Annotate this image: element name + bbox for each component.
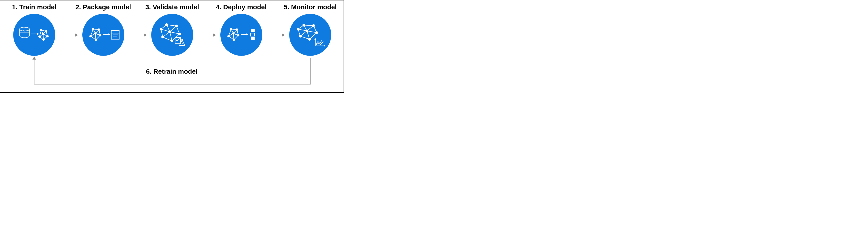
svg-line-103 — [307, 31, 310, 39]
svg-line-59 — [170, 32, 180, 34]
svg-line-55 — [161, 29, 163, 37]
svg-line-96 — [310, 33, 317, 39]
svg-line-78 — [234, 30, 237, 34]
svg-marker-107 — [324, 45, 326, 47]
svg-line-30 — [96, 35, 100, 40]
svg-text:01001: 01001 — [22, 30, 27, 32]
network-with-chart-icon — [291, 20, 329, 50]
step-train: 1. Train model 10110 01001 — [9, 3, 60, 56]
svg-line-99 — [298, 25, 304, 29]
svg-line-75 — [228, 36, 234, 40]
svg-line-33 — [93, 29, 95, 34]
svg-rect-84 — [251, 29, 255, 32]
step-package: 2. Package model — [78, 3, 129, 56]
svg-line-98 — [298, 29, 300, 36]
svg-text:10110: 10110 — [22, 27, 27, 29]
step-title: 5. Monitor model — [284, 3, 337, 11]
step-circle — [151, 14, 193, 56]
svg-line-52 — [177, 26, 180, 34]
svg-marker-108 — [32, 57, 36, 60]
svg-line-56 — [161, 25, 167, 29]
svg-line-62 — [161, 29, 170, 32]
svg-rect-85 — [251, 33, 255, 36]
step-title: 2. Package model — [75, 3, 131, 11]
svg-line-18 — [43, 31, 46, 34]
svg-marker-39 — [108, 33, 110, 36]
svg-line-31 — [91, 36, 96, 40]
svg-marker-106 — [314, 38, 316, 40]
step-circle — [289, 14, 331, 56]
arrow-3 — [197, 14, 216, 56]
step-title: 1. Train model — [12, 3, 57, 11]
svg-line-100 — [304, 25, 307, 31]
svg-line-105 — [298, 29, 307, 31]
svg-line-15 — [39, 37, 43, 40]
svg-line-74 — [234, 35, 238, 40]
network-to-stack-icon — [224, 22, 259, 48]
svg-line-102 — [307, 31, 317, 33]
steps-row: 1. Train model 10110 01001 — [0, 0, 344, 56]
svg-marker-5 — [37, 33, 39, 35]
step-circle — [220, 14, 262, 56]
svg-line-101 — [307, 26, 314, 31]
svg-line-94 — [304, 25, 314, 26]
feedback-label: 6. Retrain model — [146, 68, 197, 75]
lifecycle-diagram: 1. Train model 10110 01001 — [0, 0, 344, 93]
arrow-1 — [60, 14, 78, 56]
step-monitor: 5. Monitor model — [285, 3, 336, 56]
arrow-2 — [129, 14, 147, 56]
svg-rect-86 — [251, 37, 255, 40]
step-circle — [82, 14, 124, 56]
arrow-4 — [267, 14, 285, 56]
svg-line-34 — [95, 30, 99, 34]
network-with-flask-icon — [153, 20, 191, 50]
step-deploy: 4. Deploy model — [216, 3, 267, 56]
svg-marker-83 — [246, 33, 248, 36]
svg-line-61 — [163, 32, 170, 37]
svg-line-77 — [231, 29, 234, 34]
data-to-network-icon: 10110 01001 — [17, 22, 52, 48]
svg-line-97 — [300, 36, 310, 39]
svg-point-64 — [182, 43, 183, 44]
step-validate: 3. Validate model — [147, 3, 197, 56]
svg-line-60 — [170, 32, 172, 41]
step-circle: 10110 01001 — [13, 14, 55, 56]
svg-line-51 — [167, 25, 177, 26]
svg-line-14 — [43, 36, 48, 40]
svg-line-58 — [170, 26, 177, 32]
network-to-package-icon — [86, 22, 121, 48]
svg-point-65 — [183, 42, 184, 43]
svg-rect-63 — [175, 37, 180, 44]
step-title: 4. Deploy model — [216, 3, 267, 11]
svg-line-95 — [314, 26, 317, 33]
svg-line-104 — [300, 31, 307, 36]
svg-line-54 — [163, 37, 172, 41]
step-title: 3. Validate model — [145, 3, 199, 11]
